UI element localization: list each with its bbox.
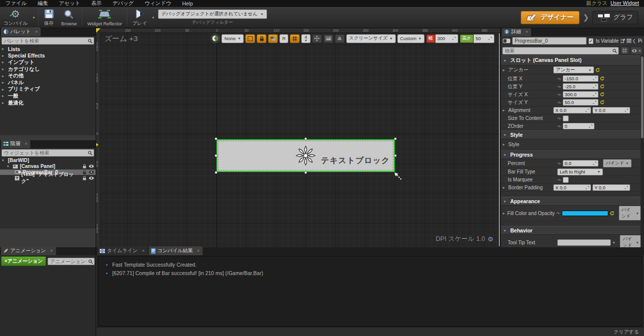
menu-debug[interactable]: デバッグ bbox=[107, 0, 139, 7]
palette-category-optimization[interactable]: ▸最適化 bbox=[0, 100, 96, 107]
resize-handle[interactable] bbox=[215, 171, 217, 174]
designer-mode-button[interactable]: デザイナー bbox=[521, 11, 579, 24]
size-x-spinbox[interactable]: 300.0 bbox=[563, 91, 598, 98]
progressbar-widget-selection[interactable]: テキストブロック bbox=[216, 139, 395, 172]
details-search-input[interactable] bbox=[502, 47, 619, 55]
menu-edit[interactable]: 編集 bbox=[32, 0, 54, 7]
close-icon[interactable]: × bbox=[25, 141, 27, 146]
compile-options-caret[interactable]: ▼ bbox=[32, 16, 36, 19]
reset-icon[interactable] bbox=[600, 76, 604, 81]
width-spinbox[interactable]: 300 bbox=[435, 34, 458, 43]
palette-category-lists[interactable]: ▸Lists bbox=[0, 46, 96, 53]
anchor-dropdown[interactable]: アンカー▼ bbox=[553, 66, 594, 73]
palette-category-input[interactable]: ▸インプット bbox=[0, 59, 96, 66]
reset-icon[interactable] bbox=[600, 100, 604, 105]
percent-spinbox[interactable]: 0.0 bbox=[563, 160, 598, 167]
section-behavior[interactable]: ▾Behavior bbox=[501, 226, 644, 235]
tab-compile-results[interactable]: コンパイル結果 × bbox=[149, 246, 203, 255]
tab-timeline[interactable]: タイムライン × bbox=[97, 246, 148, 255]
screen-size-dropdown[interactable]: スクリーンサイズ▼ bbox=[346, 34, 396, 43]
percent-bind-button[interactable]: バインド▼ bbox=[603, 159, 632, 168]
resize-handle[interactable] bbox=[215, 154, 217, 157]
close-icon[interactable]: × bbox=[50, 248, 53, 253]
menu-help[interactable]: Help bbox=[177, 0, 199, 6]
position-x-spinbox[interactable]: -150.0 bbox=[563, 75, 598, 82]
graph-mode-button[interactable]: グラフ bbox=[592, 11, 638, 24]
fill-color-swatch[interactable] bbox=[562, 211, 608, 216]
none-dropdown[interactable]: None▼ bbox=[221, 34, 244, 43]
hierarchy-item-barwid[interactable]: ▾[BarWID] bbox=[0, 158, 96, 164]
debug-object-dropdown[interactable]: デバッグオブジェクトが選択されていません ▼ bbox=[158, 9, 267, 19]
browse-button[interactable]: Browse bbox=[58, 7, 81, 28]
lock-icon[interactable] bbox=[82, 164, 87, 168]
reset-icon[interactable] bbox=[600, 92, 604, 97]
size-y-spinbox[interactable]: 50.0 bbox=[563, 99, 598, 106]
display-filter-eye-icon[interactable]: ▼ bbox=[631, 47, 643, 55]
reset-icon[interactable] bbox=[595, 68, 600, 72]
is-variable-checkbox[interactable]: ✓ bbox=[589, 38, 593, 44]
menu-asset[interactable]: アセット bbox=[54, 0, 86, 7]
palette-category-common[interactable]: ▸一般 bbox=[0, 93, 96, 100]
border-padding-y-spinbox[interactable]: Y 0.0 bbox=[592, 184, 630, 191]
tab-animation[interactable]: アニメーション × bbox=[1, 246, 56, 255]
position-y-spinbox[interactable]: -25.0 bbox=[563, 83, 598, 90]
palette-category-misc[interactable]: ▸その他 bbox=[0, 72, 96, 79]
widget-reflector-button[interactable]: Widget Reflector bbox=[84, 7, 125, 28]
hierarchy-item-canvas-panel[interactable]: ▾ [Canvas Panel] bbox=[0, 164, 96, 169]
hierarchy-search-input[interactable] bbox=[1, 149, 94, 157]
palette-category-uncategorized[interactable]: ▸カテゴリなし bbox=[0, 66, 96, 73]
section-appearance[interactable]: ▾Appearance bbox=[501, 197, 644, 206]
palette-category-special-effects[interactable]: ▸Special Effects bbox=[0, 53, 96, 59]
palette-category-panel[interactable]: ▸パネル bbox=[0, 79, 96, 86]
reset-icon[interactable] bbox=[600, 84, 604, 89]
resize-handle[interactable] bbox=[304, 171, 307, 174]
tooltip-text-input[interactable] bbox=[557, 239, 611, 246]
tab-details[interactable]: 詳細 × bbox=[502, 28, 531, 36]
tab-hierarchy[interactable]: 階層 × bbox=[1, 139, 30, 148]
compile-button[interactable]: ⚙✓ コンパイル bbox=[0, 7, 31, 28]
close-icon[interactable]: × bbox=[142, 248, 144, 253]
lock-icon[interactable] bbox=[82, 170, 87, 174]
add-animation-button[interactable]: +アニメーション bbox=[1, 256, 46, 266]
alignment-y-spinbox[interactable]: Y 0.0 bbox=[592, 107, 630, 113]
resize-handle[interactable] bbox=[394, 137, 397, 140]
resize-handle[interactable] bbox=[304, 137, 307, 140]
resize-handle[interactable] bbox=[394, 154, 397, 157]
snap-size-dropdown[interactable]: 4▼ bbox=[301, 34, 310, 43]
safe-zone-icon[interactable] bbox=[335, 34, 345, 43]
menu-file[interactable]: ファイル bbox=[0, 0, 32, 7]
dpi-settings-gear-icon[interactable]: ⚙ bbox=[487, 235, 493, 243]
close-icon[interactable]: × bbox=[35, 29, 38, 34]
caret-down-icon[interactable]: ▼ bbox=[612, 241, 615, 244]
section-slot[interactable]: ▾スロット (Canvas Panel Slot) bbox=[501, 56, 644, 65]
localization-preview-icon[interactable] bbox=[211, 34, 220, 43]
close-icon[interactable]: × bbox=[526, 29, 528, 34]
eye-icon[interactable] bbox=[89, 165, 94, 168]
palette-search-input[interactable] bbox=[1, 37, 94, 45]
eye-icon[interactable] bbox=[89, 170, 94, 174]
animation-search-input[interactable] bbox=[48, 258, 95, 265]
close-icon[interactable]: × bbox=[197, 248, 200, 253]
transform-move-icon[interactable] bbox=[312, 34, 322, 43]
save-button[interactable]: 保存 bbox=[40, 7, 58, 28]
resize-arrow-cursor[interactable] bbox=[394, 172, 403, 181]
reset-icon[interactable] bbox=[610, 211, 614, 216]
localization-toggle-button[interactable] bbox=[268, 34, 278, 43]
open-progressbar-link[interactable]: 開く ProgressBar bbox=[621, 38, 642, 45]
lock-toggle-button[interactable] bbox=[257, 34, 267, 43]
custom-size-dropdown[interactable]: Custom▼ bbox=[397, 34, 425, 43]
section-style[interactable]: ▾Style bbox=[501, 130, 644, 139]
bar-fill-type-dropdown[interactable]: Left to Right▼ bbox=[557, 168, 603, 175]
preview-background-icon[interactable] bbox=[323, 34, 333, 43]
border-padding-x-spinbox[interactable]: X 0.0 bbox=[553, 184, 591, 191]
resize-handle[interactable] bbox=[215, 137, 217, 140]
tooltip-bind-button[interactable]: バインド▼ bbox=[620, 235, 642, 247]
menu-view[interactable]: 表示 bbox=[86, 0, 107, 7]
tab-palette[interactable]: パレット × bbox=[1, 27, 41, 36]
property-matrix-icon[interactable] bbox=[620, 47, 629, 55]
widget-name-input[interactable] bbox=[512, 37, 587, 45]
eye-icon[interactable] bbox=[89, 176, 94, 180]
compile-log[interactable]: • Fast Template Successfully Created. • … bbox=[98, 256, 643, 327]
outline-toggle-button[interactable] bbox=[245, 34, 255, 43]
zorder-spinbox[interactable]: 0 bbox=[563, 123, 594, 129]
